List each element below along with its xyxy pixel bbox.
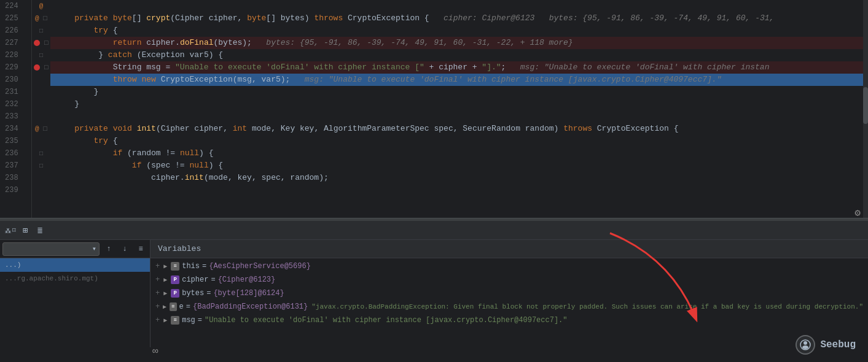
plus-icon-msg: +	[155, 316, 160, 325]
gutter-233	[32, 110, 50, 123]
var-msg[interactable]: + ▶ ≡ msg = "Unable to execute 'doFinal'…	[151, 314, 868, 327]
expand-bytes[interactable]: ▶	[161, 289, 170, 298]
gutter-229: □	[32, 61, 50, 74]
gutter-235	[32, 135, 50, 147]
code-line-230: throw new CryptoException(msg, var5); ms…	[50, 74, 868, 86]
line-231: 231	[5, 86, 26, 98]
code-area: 224 225 226 227 228 229 230 231 232 233 …	[0, 0, 868, 218]
settings-icon[interactable]: ⚙	[854, 207, 861, 219]
var-bytes[interactable]: + ▶ P bytes = {byte[128]@6124}	[151, 287, 868, 300]
code-line-236: if (random != null) {	[50, 147, 868, 160]
code-line-239	[50, 184, 868, 196]
code-line-232: }	[50, 98, 868, 110]
gutter-238	[32, 172, 50, 184]
svg-text:⁂: ⁂	[5, 228, 11, 235]
expand-msg[interactable]: ▶	[161, 316, 170, 325]
variables-panel: Variables + ▶ ≡ this = {AesCipherService…	[151, 240, 868, 347]
panel-separator-wrapper: ⚙	[0, 218, 868, 221]
gutter: @ @ □ □ □ □ □ @ □ □ □	[32, 0, 50, 218]
var-extra-e: "javax.crypto.BadPaddingException: Given…	[311, 303, 863, 310]
plus-icon-cipher: +	[155, 275, 160, 284]
infinity-icon[interactable]: ∞	[152, 346, 158, 347]
var-name-cipher: cipher	[182, 275, 208, 284]
seebug-label: Seebug	[820, 339, 856, 350]
var-e[interactable]: + ▶ ≡ e = {BadPaddingException@6131} "ja…	[151, 300, 868, 314]
gutter-230	[32, 74, 50, 86]
code-line-229: String msg = "Unable to execute 'doFinal…	[50, 61, 868, 74]
code-content: private byte[] crypt(Cipher cipher, byte…	[50, 0, 868, 218]
line-226: 226	[5, 25, 26, 37]
var-icon-this: ≡	[171, 262, 179, 271]
arrow-down-btn[interactable]: ↓	[118, 242, 131, 256]
scrollbar-thumb[interactable]	[863, 87, 868, 124]
variables-list: + ▶ ≡ this = {AesCipherService@5696} + ▶…	[151, 258, 868, 347]
var-val-e: {BadPaddingException@6131}	[193, 302, 308, 311]
line-234: 234	[5, 123, 26, 135]
line-numbers: 224 225 226 227 228 229 230 231 232 233 …	[0, 0, 32, 218]
seebug-logo	[796, 335, 815, 355]
line-239: 239	[5, 184, 26, 196]
var-this[interactable]: + ▶ ≡ this = {AesCipherService@5696}	[151, 260, 868, 273]
code-line-237: if (spec != null) {	[50, 160, 868, 172]
sidebar-toolbar: ▾ ↑ ↓ ≡	[0, 240, 150, 258]
line-225: 225	[5, 12, 26, 25]
line-233: 233	[5, 110, 26, 123]
line-229: 229	[5, 61, 26, 74]
thread-dropdown[interactable]: ▾	[2, 242, 100, 256]
gutter-226: □	[32, 25, 50, 37]
gutter-224: @	[32, 0, 50, 12]
editor-scrollbar[interactable]	[863, 0, 868, 218]
filter-btn[interactable]: ≡	[134, 242, 147, 256]
var-name-e: e	[179, 302, 184, 311]
panel-separator	[0, 218, 868, 221]
gutter-239	[32, 184, 50, 196]
expand-this[interactable]: ▶	[161, 262, 170, 271]
grid-view-icon[interactable]: ⊞	[20, 225, 31, 236]
gutter-231	[32, 86, 50, 98]
gutter-234: @ □	[32, 123, 50, 135]
call-stack-item-0[interactable]: ...)	[0, 258, 150, 272]
line-237: 237	[5, 160, 26, 172]
list-view-icon[interactable]: ≣	[34, 225, 45, 236]
line-224: 224	[5, 0, 26, 12]
var-cipher[interactable]: + ▶ P cipher = {Cipher@6123}	[151, 273, 868, 287]
expand-e[interactable]: ▶	[161, 302, 168, 311]
code-line-233	[50, 110, 868, 123]
plus-icon-this: +	[155, 262, 160, 271]
var-icon-cipher: P	[171, 275, 179, 284]
editor-section: 224 225 226 227 228 229 230 231 232 233 …	[0, 0, 868, 218]
gutter-227: □	[32, 37, 50, 49]
seebug-brand: Seebug	[796, 335, 856, 355]
expand-cipher[interactable]: ▶	[161, 275, 170, 284]
step-icon[interactable]: ⁂ ⌑	[5, 225, 16, 236]
chevron-down-icon: ▾	[92, 244, 96, 253]
gutter-236: □	[32, 147, 50, 160]
var-val-bytes: {byte[128]@6124}	[213, 289, 284, 298]
var-name-this: this	[182, 262, 200, 271]
code-line-238: cipher.init(mode, key, spec, random);	[50, 172, 868, 184]
line-230: 230	[5, 74, 26, 86]
code-line-227: return cipher.doFinal(bytes); bytes: {95…	[50, 37, 868, 49]
call-stack-item-1[interactable]: ...rg.apache.shiro.mgt)	[0, 272, 150, 285]
var-val-msg: "Unable to execute 'doFinal' with cipher…	[205, 316, 568, 325]
line-227: 227	[5, 37, 26, 49]
var-icon-e: ≡	[170, 302, 177, 311]
line-236: 236	[5, 147, 26, 160]
var-val-this: {AesCipherService@5696}	[209, 262, 311, 271]
var-val-cipher: {Cipher@6123}	[218, 275, 276, 284]
gutter-232	[32, 98, 50, 110]
var-icon-msg: ≡	[171, 316, 179, 325]
line-238: 238	[5, 172, 26, 184]
svg-point-3	[803, 341, 807, 345]
debug-main: ▾ ↑ ↓ ≡ ...) ...rg.apache.shiro.mgt) Var…	[0, 240, 868, 347]
variables-header: Variables	[151, 240, 868, 258]
code-line-234: private void init(Cipher cipher, int mod…	[50, 123, 868, 135]
debug-sidebar: ▾ ↑ ↓ ≡ ...) ...rg.apache.shiro.mgt)	[0, 240, 151, 347]
arrow-up-btn[interactable]: ↑	[102, 242, 115, 256]
code-line-231: }	[50, 86, 868, 98]
var-icon-bytes: P	[171, 289, 179, 298]
code-line-224	[50, 0, 868, 12]
code-line-225: private byte[] crypt(Cipher cipher, byte…	[50, 12, 868, 25]
gutter-237: □	[32, 160, 50, 172]
var-name-msg: msg	[182, 316, 195, 325]
